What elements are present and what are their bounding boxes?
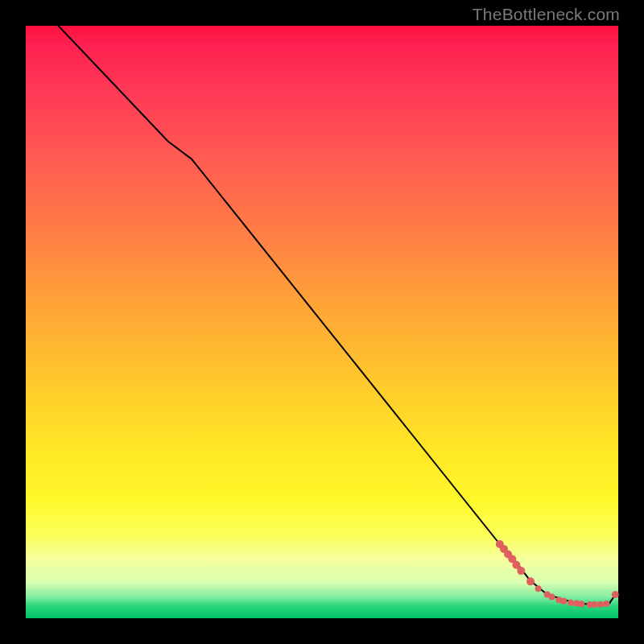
curve-line [58, 26, 615, 605]
marker-dot [560, 598, 567, 605]
chart-overlay [26, 26, 618, 618]
marker-dot [578, 601, 584, 607]
marker-dot [612, 591, 619, 598]
marker-dot [535, 585, 542, 592]
marker-dot [526, 577, 535, 585]
marker-dot [603, 601, 609, 607]
marker-dot [597, 601, 604, 608]
marker-group [496, 540, 619, 608]
marker-dot [517, 567, 525, 575]
marker-dot [549, 594, 555, 601]
attribution-text: TheBottleneck.com [473, 5, 620, 24]
chart-frame: TheBottleneck.com [0, 0, 644, 644]
marker-dot [568, 600, 574, 606]
marker-dot [592, 601, 598, 608]
